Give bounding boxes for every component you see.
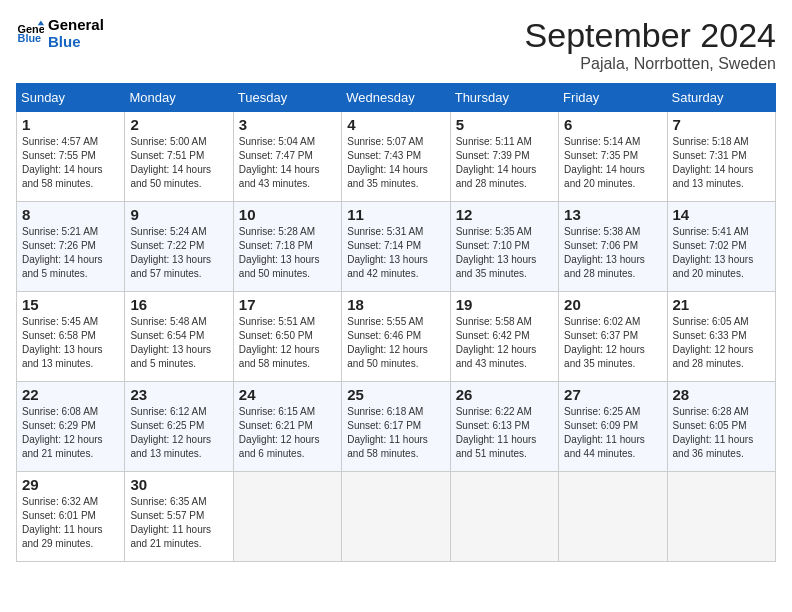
day-info: Sunrise: 6:18 AM Sunset: 6:17 PM Dayligh… xyxy=(347,405,444,461)
day-number: 7 xyxy=(673,116,770,133)
day-info: Sunrise: 6:12 AM Sunset: 6:25 PM Dayligh… xyxy=(130,405,227,461)
day-number: 15 xyxy=(22,296,119,313)
calendar-cell: 16Sunrise: 5:48 AM Sunset: 6:54 PM Dayli… xyxy=(125,292,233,382)
day-info: Sunrise: 5:07 AM Sunset: 7:43 PM Dayligh… xyxy=(347,135,444,191)
day-number: 3 xyxy=(239,116,336,133)
day-info: Sunrise: 6:02 AM Sunset: 6:37 PM Dayligh… xyxy=(564,315,661,371)
calendar-week-row: 29Sunrise: 6:32 AM Sunset: 6:01 PM Dayli… xyxy=(17,472,776,562)
calendar-cell: 24Sunrise: 6:15 AM Sunset: 6:21 PM Dayli… xyxy=(233,382,341,472)
calendar-cell: 20Sunrise: 6:02 AM Sunset: 6:37 PM Dayli… xyxy=(559,292,667,382)
calendar-cell: 3Sunrise: 5:04 AM Sunset: 7:47 PM Daylig… xyxy=(233,112,341,202)
day-number: 20 xyxy=(564,296,661,313)
day-info: Sunrise: 5:45 AM Sunset: 6:58 PM Dayligh… xyxy=(22,315,119,371)
calendar-cell: 7Sunrise: 5:18 AM Sunset: 7:31 PM Daylig… xyxy=(667,112,775,202)
day-number: 16 xyxy=(130,296,227,313)
day-number: 19 xyxy=(456,296,553,313)
day-info: Sunrise: 6:35 AM Sunset: 5:57 PM Dayligh… xyxy=(130,495,227,551)
day-number: 21 xyxy=(673,296,770,313)
col-thursday: Thursday xyxy=(450,84,558,112)
calendar-cell: 19Sunrise: 5:58 AM Sunset: 6:42 PM Dayli… xyxy=(450,292,558,382)
calendar-cell: 26Sunrise: 6:22 AM Sunset: 6:13 PM Dayli… xyxy=(450,382,558,472)
day-number: 27 xyxy=(564,386,661,403)
day-number: 9 xyxy=(130,206,227,223)
calendar-header-row: Sunday Monday Tuesday Wednesday Thursday… xyxy=(17,84,776,112)
day-info: Sunrise: 6:32 AM Sunset: 6:01 PM Dayligh… xyxy=(22,495,119,551)
day-number: 5 xyxy=(456,116,553,133)
day-info: Sunrise: 5:14 AM Sunset: 7:35 PM Dayligh… xyxy=(564,135,661,191)
logo-blue: Blue xyxy=(48,33,104,50)
day-info: Sunrise: 5:58 AM Sunset: 6:42 PM Dayligh… xyxy=(456,315,553,371)
day-info: Sunrise: 5:35 AM Sunset: 7:10 PM Dayligh… xyxy=(456,225,553,281)
day-number: 26 xyxy=(456,386,553,403)
col-monday: Monday xyxy=(125,84,233,112)
calendar-cell: 9Sunrise: 5:24 AM Sunset: 7:22 PM Daylig… xyxy=(125,202,233,292)
calendar-cell: 6Sunrise: 5:14 AM Sunset: 7:35 PM Daylig… xyxy=(559,112,667,202)
day-number: 12 xyxy=(456,206,553,223)
day-number: 28 xyxy=(673,386,770,403)
calendar-cell: 2Sunrise: 5:00 AM Sunset: 7:51 PM Daylig… xyxy=(125,112,233,202)
calendar-cell: 15Sunrise: 5:45 AM Sunset: 6:58 PM Dayli… xyxy=(17,292,125,382)
day-number: 17 xyxy=(239,296,336,313)
calendar-cell: 28Sunrise: 6:28 AM Sunset: 6:05 PM Dayli… xyxy=(667,382,775,472)
day-number: 14 xyxy=(673,206,770,223)
day-info: Sunrise: 5:00 AM Sunset: 7:51 PM Dayligh… xyxy=(130,135,227,191)
calendar-cell: 13Sunrise: 5:38 AM Sunset: 7:06 PM Dayli… xyxy=(559,202,667,292)
day-info: Sunrise: 6:22 AM Sunset: 6:13 PM Dayligh… xyxy=(456,405,553,461)
day-info: Sunrise: 5:28 AM Sunset: 7:18 PM Dayligh… xyxy=(239,225,336,281)
title-block: September 2024 Pajala, Norrbotten, Swede… xyxy=(525,16,776,73)
day-info: Sunrise: 6:25 AM Sunset: 6:09 PM Dayligh… xyxy=(564,405,661,461)
day-info: Sunrise: 6:05 AM Sunset: 6:33 PM Dayligh… xyxy=(673,315,770,371)
calendar-cell: 18Sunrise: 5:55 AM Sunset: 6:46 PM Dayli… xyxy=(342,292,450,382)
day-number: 23 xyxy=(130,386,227,403)
calendar-cell: 30Sunrise: 6:35 AM Sunset: 5:57 PM Dayli… xyxy=(125,472,233,562)
day-info: Sunrise: 5:24 AM Sunset: 7:22 PM Dayligh… xyxy=(130,225,227,281)
month-title: September 2024 xyxy=(525,16,776,55)
day-info: Sunrise: 5:41 AM Sunset: 7:02 PM Dayligh… xyxy=(673,225,770,281)
calendar-cell xyxy=(450,472,558,562)
calendar-week-row: 15Sunrise: 5:45 AM Sunset: 6:58 PM Dayli… xyxy=(17,292,776,382)
calendar-cell xyxy=(342,472,450,562)
calendar-week-row: 22Sunrise: 6:08 AM Sunset: 6:29 PM Dayli… xyxy=(17,382,776,472)
day-number: 1 xyxy=(22,116,119,133)
day-number: 13 xyxy=(564,206,661,223)
col-wednesday: Wednesday xyxy=(342,84,450,112)
calendar-cell: 5Sunrise: 5:11 AM Sunset: 7:39 PM Daylig… xyxy=(450,112,558,202)
calendar-cell: 17Sunrise: 5:51 AM Sunset: 6:50 PM Dayli… xyxy=(233,292,341,382)
day-info: Sunrise: 5:11 AM Sunset: 7:39 PM Dayligh… xyxy=(456,135,553,191)
svg-text:Blue: Blue xyxy=(18,32,42,44)
calendar-cell: 4Sunrise: 5:07 AM Sunset: 7:43 PM Daylig… xyxy=(342,112,450,202)
page-header: General Blue General Blue September 2024… xyxy=(16,16,776,73)
day-info: Sunrise: 5:48 AM Sunset: 6:54 PM Dayligh… xyxy=(130,315,227,371)
calendar-cell: 21Sunrise: 6:05 AM Sunset: 6:33 PM Dayli… xyxy=(667,292,775,382)
calendar-cell: 25Sunrise: 6:18 AM Sunset: 6:17 PM Dayli… xyxy=(342,382,450,472)
calendar-cell: 14Sunrise: 5:41 AM Sunset: 7:02 PM Dayli… xyxy=(667,202,775,292)
calendar-cell: 10Sunrise: 5:28 AM Sunset: 7:18 PM Dayli… xyxy=(233,202,341,292)
day-number: 18 xyxy=(347,296,444,313)
calendar-cell: 1Sunrise: 4:57 AM Sunset: 7:55 PM Daylig… xyxy=(17,112,125,202)
day-info: Sunrise: 6:15 AM Sunset: 6:21 PM Dayligh… xyxy=(239,405,336,461)
calendar-cell: 12Sunrise: 5:35 AM Sunset: 7:10 PM Dayli… xyxy=(450,202,558,292)
calendar-cell xyxy=(559,472,667,562)
day-number: 4 xyxy=(347,116,444,133)
day-number: 11 xyxy=(347,206,444,223)
day-number: 22 xyxy=(22,386,119,403)
calendar-cell: 27Sunrise: 6:25 AM Sunset: 6:09 PM Dayli… xyxy=(559,382,667,472)
col-friday: Friday xyxy=(559,84,667,112)
logo-general: General xyxy=(48,16,104,33)
day-info: Sunrise: 6:28 AM Sunset: 6:05 PM Dayligh… xyxy=(673,405,770,461)
logo: General Blue General Blue xyxy=(16,16,104,50)
col-saturday: Saturday xyxy=(667,84,775,112)
day-info: Sunrise: 5:18 AM Sunset: 7:31 PM Dayligh… xyxy=(673,135,770,191)
calendar-week-row: 1Sunrise: 4:57 AM Sunset: 7:55 PM Daylig… xyxy=(17,112,776,202)
day-info: Sunrise: 5:55 AM Sunset: 6:46 PM Dayligh… xyxy=(347,315,444,371)
col-sunday: Sunday xyxy=(17,84,125,112)
day-number: 6 xyxy=(564,116,661,133)
logo-icon: General Blue xyxy=(16,19,44,47)
location-subtitle: Pajala, Norrbotten, Sweden xyxy=(525,55,776,73)
calendar-cell: 23Sunrise: 6:12 AM Sunset: 6:25 PM Dayli… xyxy=(125,382,233,472)
day-number: 8 xyxy=(22,206,119,223)
day-number: 2 xyxy=(130,116,227,133)
calendar-cell: 29Sunrise: 6:32 AM Sunset: 6:01 PM Dayli… xyxy=(17,472,125,562)
day-info: Sunrise: 5:04 AM Sunset: 7:47 PM Dayligh… xyxy=(239,135,336,191)
calendar-cell: 11Sunrise: 5:31 AM Sunset: 7:14 PM Dayli… xyxy=(342,202,450,292)
